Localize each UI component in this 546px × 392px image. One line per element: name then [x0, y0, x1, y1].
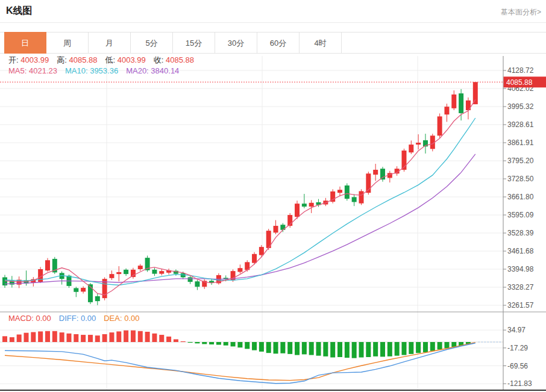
- svg-text:3328.27: 3328.27: [507, 283, 534, 291]
- tab-4时[interactable]: 4时: [300, 32, 342, 54]
- page-title: K线图: [6, 5, 33, 17]
- macd-item: DIFF: 0.00: [59, 314, 96, 323]
- svg-text:3995.32: 3995.32: [507, 102, 534, 111]
- tab-15分[interactable]: 15分: [173, 32, 215, 54]
- svg-text:3795.20: 3795.20: [507, 157, 534, 165]
- ohlc-legend: 开: 4003.99高: 4085.88低: 4003.99收: 4085.88: [8, 55, 202, 64]
- tab-月[interactable]: 月: [89, 32, 131, 54]
- fundamental-analysis-link[interactable]: 基本面分析>: [501, 7, 541, 17]
- svg-text:3528.39: 3528.39: [507, 229, 534, 237]
- tab-60分[interactable]: 60分: [257, 32, 300, 54]
- svg-text:3928.61: 3928.61: [507, 120, 534, 129]
- ohlc-item: 高: 4085.88: [57, 55, 97, 64]
- macd-item: MACD: 0.00: [8, 314, 51, 323]
- ma-item: MA5: 4021.23: [8, 66, 57, 75]
- svg-text:3461.68: 3461.68: [507, 247, 534, 255]
- svg-text:-69.56: -69.56: [507, 362, 528, 370]
- tab-周[interactable]: 周: [46, 32, 89, 54]
- tab-30分[interactable]: 30分: [215, 32, 257, 54]
- current-price-tag-value: 4085.88: [506, 78, 533, 87]
- svg-text:3595.09: 3595.09: [507, 211, 534, 219]
- ohlc-item: 低: 4003.99: [105, 55, 145, 64]
- tab-日[interactable]: 日: [4, 32, 46, 54]
- ma-item: MA10: 3953.36: [65, 66, 118, 75]
- tab-5分[interactable]: 5分: [131, 32, 173, 54]
- interval-tabs: 日周月5分15分30分60分4时: [4, 32, 342, 54]
- macd-legend: MACD: 0.00DIFF: 0.00DEA: 0.00: [8, 314, 148, 323]
- ma-legend: MA5: 4021.23MA10: 3953.36MA20: 3840.14: [8, 66, 187, 75]
- ohlc-item: 开: 4003.99: [8, 55, 49, 64]
- ohlc-item: 收: 4085.88: [154, 55, 194, 64]
- svg-text:4128.72: 4128.72: [507, 66, 534, 75]
- svg-text:3728.50: 3728.50: [507, 175, 534, 183]
- svg-text:3661.80: 3661.80: [507, 193, 534, 201]
- ma-item: MA20: 3840.14: [126, 66, 179, 75]
- svg-text:3261.57: 3261.57: [507, 301, 534, 310]
- svg-text:3861.91: 3861.91: [507, 138, 534, 147]
- kline-widget: K线图 基本面分析> 日周月5分15分30分60分4时 4128.724062.…: [0, 0, 546, 392]
- chart-plot-area[interactable]: [0, 56, 503, 390]
- svg-text:3394.98: 3394.98: [507, 265, 534, 273]
- macd-item: DEA: 0.00: [104, 314, 139, 323]
- svg-text:34.97: 34.97: [507, 326, 526, 334]
- svg-text:-17.29: -17.29: [507, 344, 528, 352]
- svg-text:-121.83: -121.83: [507, 379, 532, 388]
